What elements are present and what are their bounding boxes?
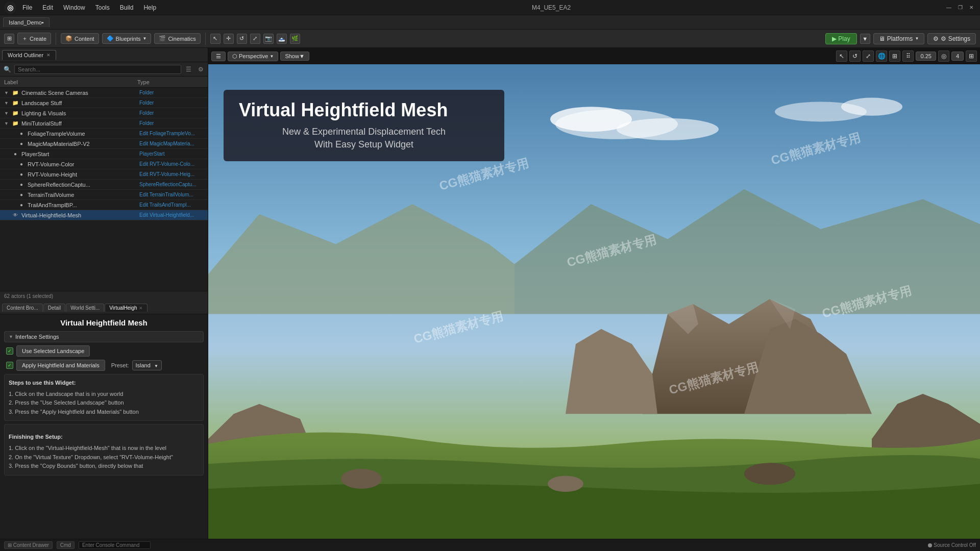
- foliage-icon[interactable]: 🌿: [290, 34, 300, 44]
- surface-snap-icon[interactable]: ⊞: [889, 51, 900, 62]
- close-button[interactable]: ✕: [967, 3, 976, 12]
- actor-icon: ●: [17, 140, 26, 148]
- search-input[interactable]: [14, 65, 181, 74]
- settings-button[interactable]: ⚙ ⚙ Settings: [927, 33, 976, 44]
- outliner-item[interactable]: ● RVT-Volume-Height Edit RVT-Volume-Heig…: [0, 169, 208, 180]
- item-label: PlayerStart: [21, 151, 139, 157]
- outliner-item[interactable]: ● SphereReflectionCaptu... SphereReflect…: [0, 180, 208, 190]
- outliner-item[interactable]: ▼ 📁 Lighting & Visuals Folder: [0, 108, 208, 118]
- outliner-item[interactable]: ▼ 📁 Landscape Stuff Folder: [0, 98, 208, 108]
- item-type: Folder: [139, 120, 206, 126]
- select-mode-icon[interactable]: ↖: [210, 34, 220, 44]
- menu-tools[interactable]: Tools: [93, 3, 112, 12]
- tab-close-icon[interactable]: ✕: [139, 306, 143, 311]
- content-button[interactable]: 📦 Content: [61, 33, 99, 44]
- section-arrow-icon: ▼: [9, 334, 13, 339]
- show-button[interactable]: Show▼: [280, 52, 309, 61]
- outliner-item[interactable]: ● TerrainTrailVolume Edit TerrainTrailVo…: [0, 190, 208, 200]
- platforms-chevron-icon: ▼: [915, 36, 919, 41]
- play-dropdown-icon[interactable]: ▼: [860, 34, 870, 44]
- create-button[interactable]: ＋ Create: [17, 33, 51, 44]
- use-selected-landscape-button[interactable]: Use Selected Landscape: [16, 345, 90, 357]
- outliner-item[interactable]: ▼ 📁 MiniTutorialStuff Folder: [0, 118, 208, 129]
- outliner-item[interactable]: ● PlayerStart PlayerStart: [0, 149, 208, 159]
- minimize-button[interactable]: —: [944, 3, 953, 12]
- detail-tab[interactable]: VirtualHeigh✕: [105, 304, 147, 312]
- rotate-mode-icon[interactable]: ↺: [849, 51, 861, 62]
- outliner-item[interactable]: ● RVT-Volume-Color Edit RVT-Volume-Colo.…: [0, 159, 208, 169]
- angle-snap-icon[interactable]: ◎: [938, 51, 949, 62]
- actor-count: 62 actors (1 selected): [0, 291, 208, 301]
- filter-icon[interactable]: ☰: [183, 64, 193, 74]
- file-tab[interactable]: Island_Demo•: [3, 17, 50, 27]
- preset-dropdown[interactable]: Island ▼: [132, 360, 162, 370]
- content-drawer-button[interactable]: ⊞ Content Drawer: [4, 541, 53, 549]
- rotate-icon[interactable]: ↺: [237, 34, 247, 44]
- outliner-tab-close-icon[interactable]: ✕: [46, 53, 51, 58]
- landscape-icon[interactable]: 🗻: [277, 34, 287, 44]
- world-outliner-label: World Outliner: [8, 52, 43, 58]
- item-expand-arrow: ▼: [4, 90, 11, 95]
- step-1: 1. Click on the Landscape that is in you…: [9, 390, 199, 399]
- hamburger-menu-icon[interactable]: ☰: [211, 52, 226, 61]
- menu-file[interactable]: File: [20, 3, 34, 12]
- item-label: Virtual-Heightfield-Mesh: [21, 212, 139, 218]
- coord-value[interactable]: 0.25: [916, 52, 936, 61]
- outliner-item[interactable]: ● TrailAndTramplBP... Edit TrailsAndTram…: [0, 200, 208, 210]
- grid-value[interactable]: 4: [951, 52, 964, 61]
- actor-icon: ●: [17, 201, 26, 209]
- outliner-item[interactable]: 👁 Virtual-Heightfield-Mesh Edit Virtual-…: [0, 210, 208, 220]
- use-selected-checkbox[interactable]: ✓: [6, 347, 13, 355]
- source-control-status[interactable]: Source Control Off: [928, 542, 976, 548]
- blueprints-icon: 🔷: [107, 35, 114, 42]
- outliner-item[interactable]: ● FoliageTrampleVolume Edit FoliageTramp…: [0, 129, 208, 139]
- move-mode-icon[interactable]: ↖: [836, 51, 847, 62]
- cinematics-button[interactable]: 🎬 Cinematics: [154, 33, 200, 44]
- svg-point-6: [341, 469, 382, 489]
- menu-edit[interactable]: Edit: [40, 3, 55, 12]
- settings-small-icon[interactable]: ⚙: [195, 64, 206, 74]
- menu-bar: File Edit Window Tools Build Help: [20, 3, 158, 12]
- item-label: Landscape Stuff: [21, 100, 139, 106]
- content-icon: 📦: [65, 35, 72, 42]
- console-command-input[interactable]: [79, 541, 151, 549]
- play-button[interactable]: ▶ Play: [825, 33, 857, 44]
- coord-display: 0.25: [920, 53, 931, 59]
- world-local-icon[interactable]: 🌐: [876, 51, 887, 62]
- main-viewport[interactable]: ☰ ⬡ Perspective ▼ Show▼ ↖ ↺ ⤢ 🌐 ⊞ ⠿ 0.25…: [208, 48, 980, 539]
- detail-tab[interactable]: Detail: [43, 304, 66, 312]
- translate-icon[interactable]: ✛: [224, 34, 234, 44]
- world-outliner-tab[interactable]: World Outliner ✕: [2, 50, 56, 60]
- blueprints-button[interactable]: 🔷 Blueprints ▼: [102, 33, 152, 44]
- item-type: Folder: [139, 90, 206, 95]
- use-selected-landscape-row: ✓ Use Selected Landscape: [4, 345, 204, 357]
- outliner-item[interactable]: ● MagicMapMaterialBP-V2 Edit MagicMapMat…: [0, 139, 208, 149]
- interface-settings-section[interactable]: ▼ Interface Settings: [4, 331, 204, 342]
- cmd-button[interactable]: Cmd: [57, 541, 75, 549]
- svg-point-7: [744, 463, 795, 485]
- menu-build[interactable]: Build: [118, 3, 136, 12]
- source-control-label: Source Control Off: [934, 542, 976, 548]
- toolbar-separator: [56, 33, 56, 45]
- folder-icon: 📁: [11, 89, 19, 97]
- detail-tab[interactable]: World Setti...: [66, 304, 104, 312]
- platforms-button[interactable]: 🖥 Platforms ▼: [873, 33, 925, 44]
- scale-icon[interactable]: ⤢: [250, 34, 260, 44]
- outliner-item[interactable]: ▼ 📁 Cinematic Scene Cameras Folder: [0, 88, 208, 98]
- mode-icon[interactable]: ⊞: [4, 34, 14, 44]
- actor-icon: 👁: [11, 211, 19, 219]
- item-label: RVT-Volume-Height: [28, 171, 139, 178]
- menu-help[interactable]: Help: [141, 3, 158, 12]
- apply-heightfield-checkbox[interactable]: ✓: [6, 362, 13, 369]
- apply-heightfield-button[interactable]: Apply Heightfield and Materials: [16, 360, 105, 371]
- menu-window[interactable]: Window: [61, 3, 87, 12]
- grid-snap-icon[interactable]: ⠿: [902, 51, 914, 62]
- title-overlay: Virtual Heightfield Mesh New & Experimen…: [224, 90, 504, 161]
- perspective-button[interactable]: ⬡ Perspective ▼: [228, 52, 278, 61]
- label-column-header: Label: [4, 79, 137, 85]
- scale-mode-icon[interactable]: ⤢: [863, 51, 874, 62]
- restore-button[interactable]: ❐: [955, 3, 965, 12]
- camera-icon[interactable]: 📷: [263, 34, 274, 44]
- detail-tab[interactable]: Content Bro...: [2, 304, 43, 312]
- camera-settings-icon[interactable]: ⊞: [966, 51, 977, 62]
